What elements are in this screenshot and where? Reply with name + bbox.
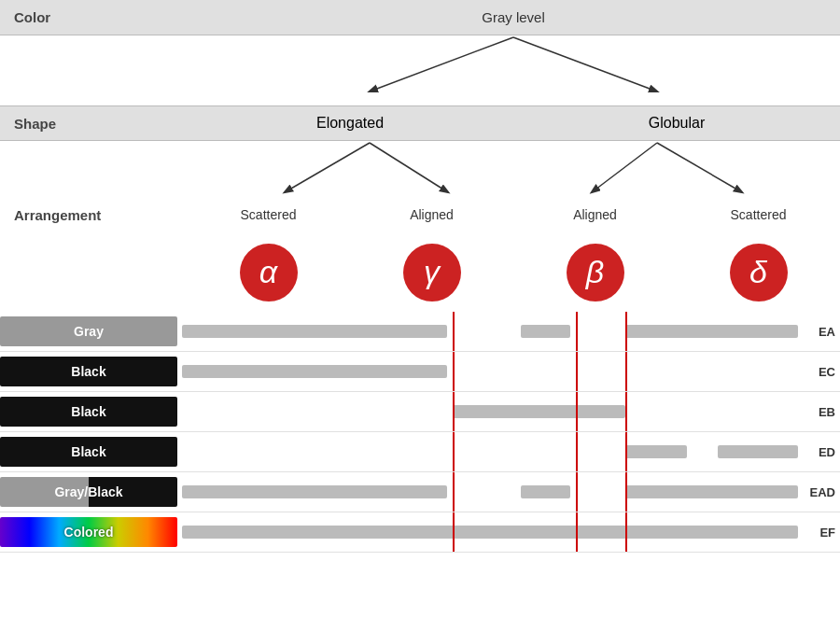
alpha-symbol: α bbox=[240, 244, 298, 301]
ef-label: Colored bbox=[0, 517, 177, 547]
ec-label: Black bbox=[0, 357, 177, 386]
tree-bottom-section bbox=[0, 141, 840, 197]
ea-code: EA bbox=[798, 325, 840, 339]
aligned-1-label: Aligned bbox=[350, 207, 513, 222]
shape-row: Shape Elongated Globular bbox=[0, 105, 840, 141]
ea-label: Gray bbox=[0, 316, 177, 346]
main-container: Color Gray level Shape Elongate bbox=[0, 0, 840, 631]
ec-row: Black EC bbox=[0, 352, 840, 392]
ed-label: Black bbox=[0, 437, 177, 467]
svg-line-4 bbox=[592, 143, 657, 192]
ea-bars bbox=[182, 312, 798, 351]
eb-row: Black EB bbox=[0, 392, 840, 432]
ef-bars bbox=[182, 512, 798, 552]
svg-line-1 bbox=[513, 37, 657, 91]
tree-top-svg bbox=[187, 35, 840, 105]
arrangement-row: Arrangement Scattered Aligned Aligned Sc… bbox=[0, 197, 840, 232]
gamma-symbol: γ bbox=[403, 244, 461, 301]
ef-row: Colored EF bbox=[0, 512, 840, 553]
data-section: Gray EA Black EC bbox=[0, 312, 840, 553]
ead-bars bbox=[182, 472, 798, 512]
svg-line-5 bbox=[657, 143, 742, 192]
ead-row: Gray/Black EAD bbox=[0, 472, 840, 512]
tree-top-section bbox=[0, 35, 840, 105]
elongated-label: Elongated bbox=[187, 115, 513, 132]
scattered-2-label: Scattered bbox=[677, 207, 840, 222]
eb-bars bbox=[182, 392, 798, 431]
gray-level-row: Color Gray level bbox=[0, 0, 840, 35]
tree-bottom-svg bbox=[187, 141, 840, 197]
globular-label: Globular bbox=[513, 115, 840, 132]
ec-code: EC bbox=[798, 365, 840, 379]
eb-code: EB bbox=[798, 405, 840, 419]
shape-label: Shape bbox=[0, 116, 187, 132]
beta-symbol: β bbox=[567, 244, 624, 301]
ead-label: Gray/Black bbox=[0, 477, 177, 507]
eb-label: Black bbox=[0, 397, 177, 427]
ed-code: ED bbox=[798, 445, 840, 459]
ead-code: EAD bbox=[798, 485, 840, 499]
gray-level-label: Gray level bbox=[482, 9, 545, 25]
scattered-1-label: Scattered bbox=[187, 207, 350, 222]
color-label: Color bbox=[0, 9, 187, 25]
svg-line-2 bbox=[285, 143, 370, 192]
symbols-row: α γ β δ bbox=[0, 232, 840, 312]
arrangement-label: Arrangement bbox=[0, 207, 187, 223]
ef-code: EF bbox=[798, 526, 840, 540]
ec-bars bbox=[182, 352, 798, 391]
ea-row: Gray EA bbox=[0, 312, 840, 352]
delta-symbol: δ bbox=[730, 244, 788, 301]
svg-line-0 bbox=[370, 37, 513, 91]
ed-bars bbox=[182, 432, 798, 471]
aligned-2-label: Aligned bbox=[513, 207, 677, 222]
gray-level-content: Gray level bbox=[187, 9, 840, 25]
svg-line-3 bbox=[370, 143, 448, 192]
ed-row: Black ED bbox=[0, 432, 840, 472]
